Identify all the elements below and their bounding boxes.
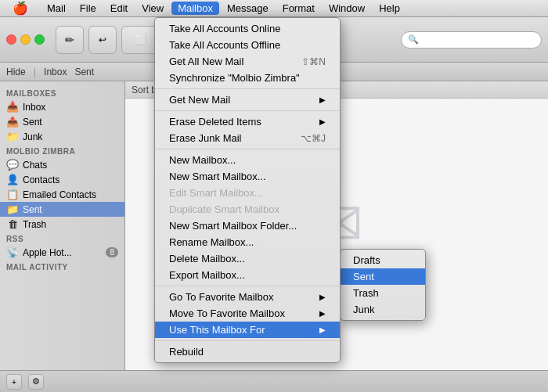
settings-button[interactable]: ⚙ <box>28 374 44 390</box>
traffic-lights <box>6 34 45 45</box>
add-mailbox-button[interactable]: + <box>6 374 22 390</box>
mail-activity-label: MAIL ACTIVITY <box>0 260 124 273</box>
menu-bar: 🍎 Mail File Edit View Mailbox Message Fo… <box>0 0 548 17</box>
rss-feed-label: Apple Hot... <box>23 247 72 258</box>
contacts-label: Contacts <box>23 174 59 185</box>
sidebar-item-apple-hot[interactable]: 📡 Apple Hot... 8 <box>0 245 124 260</box>
sort-label: Sort by Da... <box>132 85 184 95</box>
rss-icon: 📡 <box>6 246 19 258</box>
sidebar-item-emailed-contacts[interactable]: 📋 Emailed Contacts <box>0 187 124 202</box>
sidebar: MAILBOXES 📥 Inbox 📤 Sent 📁 Junk MOLBIO Z… <box>0 81 125 370</box>
apple-menu[interactable]: 🍎 <box>6 0 34 16</box>
reply-button[interactable]: ↩ <box>88 26 117 54</box>
main-content: MAILBOXES 📥 Inbox 📤 Sent 📁 Junk MOLBIO Z… <box>0 81 548 370</box>
menu-mail[interactable]: Mail <box>41 2 72 15</box>
trash-icon: 🗑 <box>6 218 19 230</box>
sent-label: Sent <box>23 117 42 128</box>
mail-large-icon: ✉ <box>311 188 363 261</box>
menu-view[interactable]: View <box>135 2 170 15</box>
menu-format[interactable]: Format <box>276 2 321 15</box>
chats-label: Chats <box>23 160 47 171</box>
sent-molbio-icon: 📁 <box>6 203 19 215</box>
sort-bar: Sort by Da... <box>125 81 548 99</box>
inbox-icon: 📥 <box>6 101 19 113</box>
sidebar-item-contacts[interactable]: 👤 Contacts <box>0 172 124 187</box>
app-window: ✏ ↩ ⬜ 🗑 🔍 Hide | Inbox Sent MAILBOXES 📥 … <box>0 17 548 392</box>
sidebar-item-junk[interactable]: 📁 Junk <box>0 129 124 144</box>
sidebar-item-sent[interactable]: 📤 Sent <box>0 114 124 129</box>
sent-icon: 📤 <box>6 116 19 128</box>
rss-label: RSS <box>0 232 124 245</box>
menu-help[interactable]: Help <box>373 2 406 15</box>
chats-icon: 💬 <box>6 159 19 171</box>
menu-mailbox[interactable]: Mailbox <box>171 2 219 15</box>
delete-button[interactable]: 🗑 <box>165 26 193 54</box>
sub-toolbar: Hide | Inbox Sent <box>0 63 548 81</box>
content-area: Sort by Da... ✉ No Message Selected <box>125 81 548 370</box>
emailed-contacts-icon: 📋 <box>6 189 19 200</box>
menu-window[interactable]: Window <box>323 2 371 15</box>
sidebar-item-sent-molbio[interactable]: 📁 Sent <box>0 202 124 217</box>
compose-button[interactable]: ✏ <box>56 26 84 54</box>
inbox-tab[interactable]: Inbox <box>44 67 67 77</box>
minimize-button[interactable] <box>20 34 31 45</box>
maximize-button[interactable] <box>34 34 45 45</box>
menu-message[interactable]: Message <box>221 2 275 15</box>
junk-icon: 📁 <box>6 131 19 142</box>
emailed-contacts-label: Emailed Contacts <box>23 189 96 200</box>
archive-button[interactable]: ⬜ <box>121 26 160 54</box>
molbio-label: MOLBIO ZIMBRA <box>0 144 124 157</box>
menu-edit[interactable]: Edit <box>104 2 134 15</box>
menu-file[interactable]: File <box>74 2 103 15</box>
bottom-bar: + ⚙ <box>0 370 548 392</box>
junk-label: Junk <box>23 131 42 142</box>
inbox-label: Inbox <box>23 102 45 113</box>
toolbar: ✏ ↩ ⬜ 🗑 🔍 <box>0 17 548 63</box>
sidebar-item-inbox[interactable]: 📥 Inbox <box>0 99 124 114</box>
rss-badge: 8 <box>106 247 118 257</box>
sidebar-item-trash[interactable]: 🗑 Trash <box>0 217 124 232</box>
no-message-area: ✉ No Message Selected <box>125 99 548 370</box>
hide-button[interactable]: Hide <box>6 67 26 77</box>
close-button[interactable] <box>6 34 16 45</box>
sidebar-item-chats[interactable]: 💬 Chats <box>0 157 124 172</box>
trash-label: Trash <box>23 219 46 230</box>
sent-molbio-label: Sent <box>23 204 42 215</box>
subtoolbar-sep: | <box>34 66 36 77</box>
sent-tab[interactable]: Sent <box>74 67 94 77</box>
no-message-text: No Message Selected <box>283 268 391 281</box>
search-box[interactable]: 🔍 <box>401 31 542 49</box>
contacts-icon: 👤 <box>6 174 19 185</box>
mailboxes-label: MAILBOXES <box>0 86 124 99</box>
